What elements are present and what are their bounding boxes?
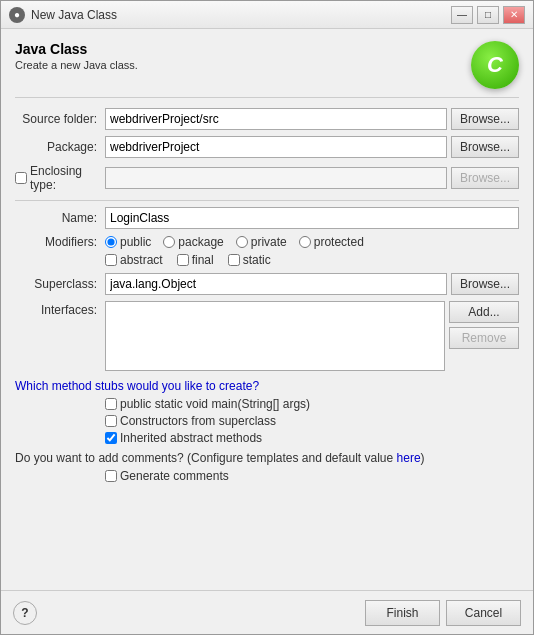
modifier-private-radio[interactable] xyxy=(236,236,248,248)
modifier-static[interactable]: static xyxy=(228,253,271,267)
interfaces-box xyxy=(105,301,445,371)
stub-constructors-label: Constructors from superclass xyxy=(120,414,276,428)
title-bar-left: ● New Java Class xyxy=(9,7,117,23)
name-row: Name: xyxy=(15,207,519,229)
superclass-label: Superclass: xyxy=(15,277,105,291)
name-label: Name: xyxy=(15,211,105,225)
dialog-subtitle: Create a new Java class. xyxy=(15,59,138,71)
package-input[interactable] xyxy=(105,136,447,158)
modifier-final-checkbox[interactable] xyxy=(177,254,189,266)
form-section: Source folder: Browse... Package: Browse… xyxy=(15,108,519,580)
app-icon: ● xyxy=(9,7,25,23)
source-folder-input[interactable] xyxy=(105,108,447,130)
enclosing-check-area: Enclosing type: xyxy=(15,164,105,192)
minimize-button[interactable]: — xyxy=(451,6,473,24)
modifier-protected-label: protected xyxy=(314,235,364,249)
modifier-static-checkbox[interactable] xyxy=(228,254,240,266)
modifier-private[interactable]: private xyxy=(236,235,287,249)
interfaces-buttons: Add... Remove xyxy=(449,301,519,349)
modifier-private-label: private xyxy=(251,235,287,249)
stub-main[interactable]: public static void main(String[] args) xyxy=(105,397,519,411)
window-title: New Java Class xyxy=(31,8,117,22)
modifiers-label: Modifiers: xyxy=(15,235,105,249)
title-bar: ● New Java Class — □ ✕ xyxy=(1,1,533,29)
modifier-package-radio[interactable] xyxy=(163,236,175,248)
comments-checks: Generate comments xyxy=(105,469,519,483)
header-section: Java Class Create a new Java class. C xyxy=(15,41,519,98)
separator-1 xyxy=(15,200,519,201)
generate-comments-checkbox[interactable] xyxy=(105,470,117,482)
modifier-final-label: final xyxy=(192,253,214,267)
generate-comments-label: Generate comments xyxy=(120,469,229,483)
stub-constructors[interactable]: Constructors from superclass xyxy=(105,414,519,428)
source-folder-label: Source folder: xyxy=(15,112,105,126)
help-button[interactable]: ? xyxy=(13,601,37,625)
modifier-package[interactable]: package xyxy=(163,235,223,249)
comments-section: Do you want to add comments? (Configure … xyxy=(15,451,519,483)
modifier-abstract-checkbox[interactable] xyxy=(105,254,117,266)
modifier-public[interactable]: public xyxy=(105,235,151,249)
stub-inherited[interactable]: Inherited abstract methods xyxy=(105,431,519,445)
comments-title-prefix: Do you want to add comments? (Configure … xyxy=(15,451,397,465)
comments-title-suffix: ) xyxy=(421,451,425,465)
stubs-title: Which method stubs would you like to cre… xyxy=(15,379,519,393)
source-folder-row: Source folder: Browse... xyxy=(15,108,519,130)
package-label: Package: xyxy=(15,140,105,154)
superclass-input[interactable] xyxy=(105,273,447,295)
enclosing-row: Enclosing type: Browse... xyxy=(15,164,519,192)
name-input[interactable] xyxy=(105,207,519,229)
modifier-public-label: public xyxy=(120,235,151,249)
interfaces-label: Interfaces: xyxy=(15,301,105,317)
close-button[interactable]: ✕ xyxy=(503,6,525,24)
source-folder-browse-button[interactable]: Browse... xyxy=(451,108,519,130)
modifiers-checkboxes: abstract final static xyxy=(105,253,519,267)
stub-constructors-checkbox[interactable] xyxy=(105,415,117,427)
modifier-abstract[interactable]: abstract xyxy=(105,253,163,267)
footer: ? Finish Cancel xyxy=(1,590,533,634)
modifier-protected-radio[interactable] xyxy=(299,236,311,248)
modifier-public-radio[interactable] xyxy=(105,236,117,248)
stubs-checks: public static void main(String[] args) C… xyxy=(105,397,519,445)
superclass-row: Superclass: Browse... xyxy=(15,273,519,295)
interfaces-remove-button: Remove xyxy=(449,327,519,349)
stub-main-checkbox[interactable] xyxy=(105,398,117,410)
package-browse-button[interactable]: Browse... xyxy=(451,136,519,158)
enclosing-browse-button: Browse... xyxy=(451,167,519,189)
modifier-final[interactable]: final xyxy=(177,253,214,267)
title-bar-controls: — □ ✕ xyxy=(451,6,525,24)
stub-inherited-label: Inherited abstract methods xyxy=(120,431,262,445)
modifier-abstract-label: abstract xyxy=(120,253,163,267)
stub-main-label: public static void main(String[] args) xyxy=(120,397,310,411)
maximize-button[interactable]: □ xyxy=(477,6,499,24)
modifiers-row: Modifiers: public package private xyxy=(15,235,519,249)
enclosing-checkbox[interactable] xyxy=(15,172,27,184)
header-text: Java Class Create a new Java class. xyxy=(15,41,138,71)
dialog-content: Java Class Create a new Java class. C So… xyxy=(1,29,533,590)
finish-button[interactable]: Finish xyxy=(365,600,440,626)
stub-inherited-checkbox[interactable] xyxy=(105,432,117,444)
window: ● New Java Class — □ ✕ Java Class Create… xyxy=(0,0,534,635)
cancel-button[interactable]: Cancel xyxy=(446,600,521,626)
modifier-protected[interactable]: protected xyxy=(299,235,364,249)
interfaces-add-button[interactable]: Add... xyxy=(449,301,519,323)
stubs-section: Which method stubs would you like to cre… xyxy=(15,379,519,445)
superclass-browse-button[interactable]: Browse... xyxy=(451,273,519,295)
modifier-package-label: package xyxy=(178,235,223,249)
footer-buttons: Finish Cancel xyxy=(365,600,521,626)
logo-icon: C xyxy=(471,41,519,89)
modifier-static-label: static xyxy=(243,253,271,267)
interfaces-row: Interfaces: Add... Remove xyxy=(15,301,519,371)
enclosing-input[interactable] xyxy=(105,167,447,189)
generate-comments[interactable]: Generate comments xyxy=(105,469,519,483)
modifiers-radios: public package private protected xyxy=(105,235,364,249)
comments-link[interactable]: here xyxy=(397,451,421,465)
dialog-title: Java Class xyxy=(15,41,138,57)
enclosing-label: Enclosing type: xyxy=(30,164,101,192)
comments-title: Do you want to add comments? (Configure … xyxy=(15,451,519,465)
package-row: Package: Browse... xyxy=(15,136,519,158)
